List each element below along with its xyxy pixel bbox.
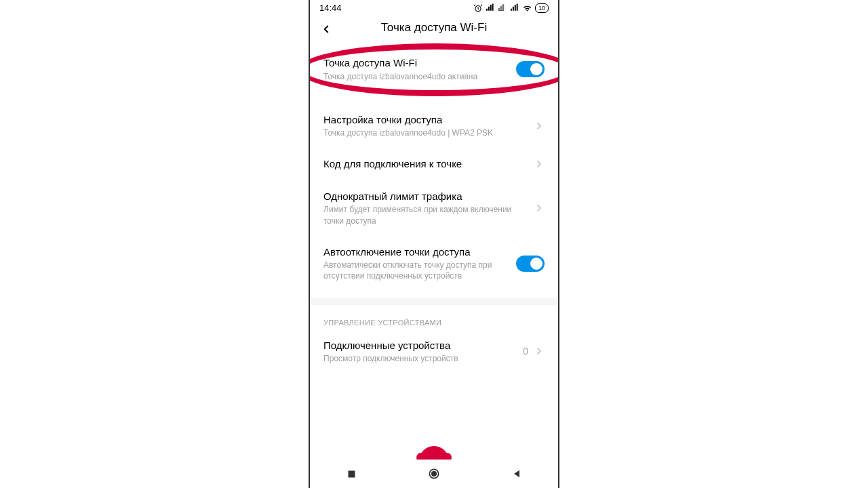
battery-icon: 10: [535, 3, 549, 13]
settings-list: Точка доступа Wi-Fi Точка доступа izbalo…: [310, 47, 558, 373]
row-title: Код для подключения к точке: [323, 157, 528, 171]
row-title: Автоотключение точки доступа: [323, 245, 511, 259]
row-title: Однократный лимит трафика: [323, 190, 528, 203]
nav-recent-button[interactable]: [338, 460, 365, 487]
row-title: Настройка точки доступа: [323, 113, 528, 127]
auto-off-toggle[interactable]: [516, 256, 545, 272]
row-title: Подключенные устройства: [323, 339, 517, 352]
row-title: Точка доступа Wi-Fi: [323, 56, 511, 70]
row-hotspot-toggle[interactable]: Точка доступа Wi-Fi Точка доступа izbalo…: [310, 47, 558, 92]
row-traffic-limit[interactable]: Однократный лимит трафика Лимит будет пр…: [310, 180, 558, 236]
back-button[interactable]: [318, 21, 334, 37]
row-subtitle: Точка доступа izbalovannoe4udo активна: [323, 71, 511, 82]
chevron-right-icon: [534, 121, 545, 131]
square-icon: [347, 469, 357, 479]
section-header-devices: УПРАВЛЕНИЕ УСТРОЙСТВАМИ: [310, 305, 558, 329]
status-bar: 14:44 10: [310, 0, 558, 14]
svg-point-3: [432, 472, 437, 476]
row-hotspot-setup[interactable]: Настройка точки доступа Точка доступа iz…: [310, 104, 558, 148]
triangle-left-icon: [511, 468, 522, 479]
hotspot-toggle[interactable]: [516, 61, 545, 77]
alarm-icon: [473, 3, 483, 13]
page-title: Точка доступа Wi-Fi: [381, 21, 487, 35]
svg-rect-1: [348, 470, 355, 477]
row-connected-devices[interactable]: Подключенные устройства Просмотр подключ…: [310, 329, 558, 374]
row-connection-code[interactable]: Код для подключения к точке: [310, 148, 558, 180]
wifi-icon: [522, 3, 532, 13]
row-auto-off[interactable]: Автоотключение точки доступа Автоматичес…: [310, 236, 558, 291]
nav-home-button[interactable]: [420, 460, 448, 487]
chevron-right-icon: [534, 203, 545, 214]
status-time: 14:44: [319, 3, 342, 13]
nav-bar: [310, 460, 558, 488]
signal-icon: [486, 3, 495, 13]
row-subtitle: Просмотр подключенных устройств: [323, 353, 517, 364]
signal2-icon: [498, 3, 507, 13]
chevron-right-icon: [534, 346, 545, 357]
status-icons: 10: [473, 3, 549, 13]
signal3-icon: [510, 3, 519, 13]
section-separator: [310, 298, 558, 305]
chevron-right-icon: [534, 159, 545, 169]
app-header: Точка доступа Wi-Fi: [310, 14, 558, 47]
phone-frame: 14:44 10 Точка доступа Wi-Fi Точка досту…: [309, 0, 559, 488]
row-subtitle: Автоматически отключать точку доступа пр…: [323, 260, 511, 281]
nav-back-button[interactable]: [503, 460, 530, 487]
row-subtitle: Точка доступа izbalovannoe4udo | WPA2 PS…: [323, 127, 528, 138]
circle-icon: [427, 467, 441, 481]
chevron-left-icon: [320, 23, 332, 35]
row-subtitle: Лимит будет применяться при каждом включ…: [323, 204, 528, 226]
connected-count: 0: [523, 346, 528, 357]
